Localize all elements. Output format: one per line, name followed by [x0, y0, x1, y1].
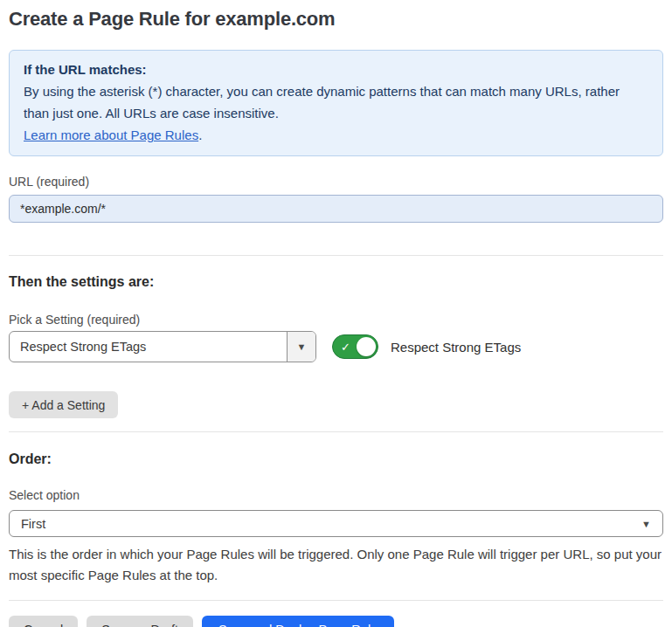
info-box-body: By using the asterisk (*) character, you… — [24, 80, 648, 124]
footer-divider — [9, 600, 663, 601]
page-title: Create a Page Rule for example.com — [9, 8, 663, 31]
order-select[interactable]: First ▼ — [9, 510, 663, 537]
url-field-label: URL (required) — [9, 175, 663, 189]
save-draft-button[interactable]: Save as Draft — [87, 616, 193, 627]
cancel-button[interactable]: Cancel — [9, 616, 78, 627]
order-select-label: Select option — [9, 488, 663, 502]
save-deploy-button[interactable]: Save and Deploy Page Rule — [202, 616, 394, 627]
toggle-knob — [357, 337, 376, 356]
settings-section-heading: Then the settings are: — [9, 274, 663, 290]
setting-toggle[interactable]: ✓ — [332, 334, 378, 359]
section-divider — [9, 255, 663, 256]
create-page-rule-form: Create a Page Rule for example.com If th… — [0, 8, 672, 627]
chevron-down-icon: ▼ — [641, 519, 651, 529]
order-select-value: First — [21, 517, 45, 531]
section-divider — [9, 431, 663, 432]
pick-setting-label: Pick a Setting (required) — [9, 313, 663, 327]
link-suffix: . — [198, 127, 202, 142]
add-setting-button[interactable]: + Add a Setting — [9, 391, 118, 418]
setting-select-value: Respect Strong ETags — [10, 332, 287, 362]
footer-actions: Cancel Save as Draft Save and Deploy Pag… — [9, 616, 663, 627]
toggle-label: Respect Strong ETags — [391, 340, 521, 355]
check-icon: ✓ — [341, 341, 350, 353]
url-input[interactable] — [9, 195, 663, 223]
info-box-link-row: Learn more about Page Rules. — [24, 124, 648, 146]
chevron-down-icon: ▼ — [297, 341, 307, 352]
url-match-info-box: If the URL matches: By using the asteris… — [9, 50, 663, 156]
setting-select[interactable]: Respect Strong ETags ▼ — [9, 331, 316, 362]
info-box-heading: If the URL matches: — [24, 59, 648, 80]
setting-select-arrow-button[interactable]: ▼ — [287, 332, 315, 362]
order-help-text: This is the order in which your Page Rul… — [9, 544, 663, 586]
learn-more-link[interactable]: Learn more about Page Rules — [24, 127, 198, 142]
setting-row: Respect Strong ETags ▼ ✓ Respect Strong … — [9, 331, 663, 362]
order-section-heading: Order: — [9, 451, 663, 467]
